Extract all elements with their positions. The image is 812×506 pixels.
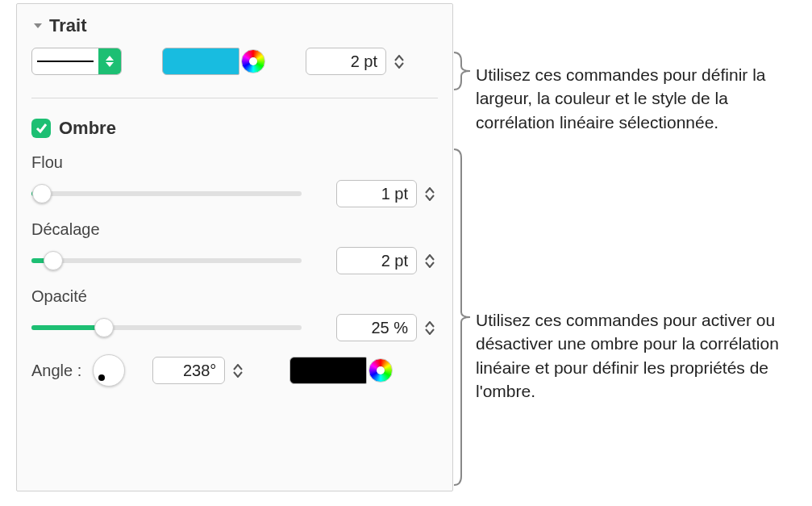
blur-label: Flou bbox=[31, 153, 438, 172]
shadow-color-group bbox=[289, 357, 393, 384]
shadow-color-swatch[interactable] bbox=[289, 357, 367, 384]
stroke-width-stepper: 2 pt bbox=[306, 48, 407, 75]
shadow-checkbox-row: Ombre bbox=[31, 118, 438, 139]
offset-input[interactable]: 2 pt bbox=[336, 247, 417, 274]
angle-control-row: Angle : 238° bbox=[31, 354, 438, 387]
offset-label: Décalage bbox=[31, 220, 438, 239]
callout-bracket-icon bbox=[453, 148, 471, 486]
blur-stepper: 1 pt bbox=[336, 180, 438, 207]
angle-dial[interactable] bbox=[93, 354, 125, 387]
opacity-slider[interactable] bbox=[31, 318, 302, 337]
shadow-checkbox[interactable] bbox=[31, 119, 51, 138]
opacity-input[interactable]: 25 % bbox=[336, 314, 417, 341]
color-wheel-icon[interactable] bbox=[369, 358, 393, 383]
opacity-label: Opacité bbox=[31, 287, 438, 306]
callout-trait: Utilisez ces commandes pour définir la l… bbox=[476, 63, 803, 134]
angle-input[interactable]: 238° bbox=[152, 357, 225, 384]
stroke-width-input[interactable]: 2 pt bbox=[306, 48, 386, 75]
trait-title: Trait bbox=[49, 15, 86, 36]
color-wheel-icon[interactable] bbox=[241, 49, 265, 73]
stroke-color-group bbox=[162, 48, 265, 75]
offset-slider[interactable] bbox=[31, 251, 302, 270]
callout-bracket-icon bbox=[453, 52, 471, 90]
trait-controls-row: 2 pt bbox=[31, 48, 438, 75]
stepper-arrows-icon[interactable] bbox=[422, 180, 438, 207]
shadow-title: Ombre bbox=[59, 118, 116, 139]
blur-control: Flou 1 pt bbox=[31, 153, 438, 207]
trait-section-header: Trait bbox=[31, 15, 438, 36]
stroke-color-swatch[interactable] bbox=[162, 48, 239, 75]
stroke-line-icon bbox=[37, 61, 94, 62]
disclosure-triangle-icon[interactable] bbox=[31, 19, 44, 32]
callout-shadow: Utilisez ces commandes pour activer ou d… bbox=[476, 308, 803, 404]
angle-stepper: 238° bbox=[152, 357, 246, 384]
blur-slider[interactable] bbox=[31, 184, 302, 203]
angle-indicator-icon bbox=[98, 374, 105, 381]
style-panel: Trait 2 pt Ombre bbox=[16, 3, 453, 491]
stepper-arrows-icon[interactable] bbox=[230, 357, 246, 384]
opacity-control: Opacité 25 % bbox=[31, 287, 438, 341]
stepper-arrows-icon[interactable] bbox=[391, 48, 407, 75]
dropdown-toggle-icon[interactable] bbox=[98, 48, 121, 75]
stroke-preview bbox=[32, 48, 98, 74]
divider bbox=[31, 98, 438, 98]
offset-stepper: 2 pt bbox=[336, 247, 438, 274]
blur-input[interactable]: 1 pt bbox=[336, 180, 417, 207]
angle-label: Angle : bbox=[31, 362, 81, 380]
stroke-style-dropdown[interactable] bbox=[31, 48, 122, 75]
stepper-arrows-icon[interactable] bbox=[422, 247, 438, 274]
opacity-stepper: 25 % bbox=[336, 314, 438, 341]
offset-control: Décalage 2 pt bbox=[31, 220, 438, 274]
stepper-arrows-icon[interactable] bbox=[422, 314, 438, 341]
